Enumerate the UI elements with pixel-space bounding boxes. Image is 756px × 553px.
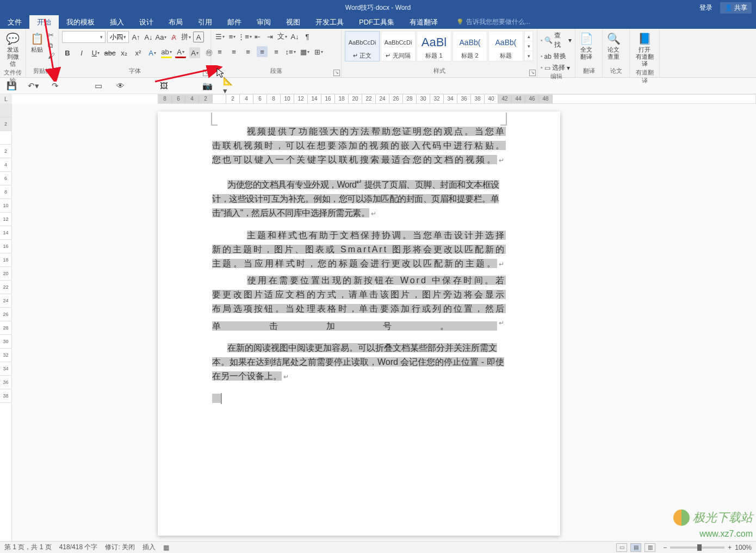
style-gallery[interactable]: AaBbCcDi↵ 正文 AaBbCcDi↵ 无间隔 AaBl标题 1 AaBb… <box>345 31 534 61</box>
share-button[interactable]: 👤 共享 <box>720 2 752 14</box>
tab-home[interactable]: 开始 <box>29 15 59 29</box>
tab-my-templates[interactable]: 我的模板 <box>59 15 102 29</box>
horizontal-ruler[interactable]: 8642246810121416182022242628303234363840… <box>158 94 756 104</box>
paragraph-empty[interactable] <box>212 392 506 406</box>
print-preview-button[interactable]: 👁 <box>114 80 126 92</box>
align-justify-button[interactable]: ≡ <box>257 46 268 57</box>
decrease-indent-button[interactable]: ⇤ <box>252 31 263 42</box>
clipboard-launcher[interactable]: ↘ <box>51 70 57 76</box>
tab-developer[interactable]: 开发工具 <box>308 15 351 29</box>
align-distribute-button[interactable]: ≡ <box>271 46 282 57</box>
align-center-button[interactable]: ≡ <box>228 46 239 57</box>
styles-launcher[interactable]: ↘ <box>529 70 536 76</box>
format-painter-button[interactable]: 🖌 <box>48 52 58 60</box>
style-title[interactable]: AaBb(标题 <box>488 31 523 61</box>
open-youdao-button[interactable]: 📘打开有道翻译 <box>633 31 656 69</box>
bullets-button[interactable]: ☰ <box>214 31 225 42</box>
sort-button[interactable]: A↓ <box>289 31 300 42</box>
tab-design[interactable]: 设计 <box>132 15 161 29</box>
vertical-ruler[interactable]: 22468101214161820222426283032343638 <box>0 104 12 541</box>
tab-mailings[interactable]: 邮件 <box>220 15 249 29</box>
asian-layout-button[interactable]: 文 <box>277 31 288 42</box>
font-launcher[interactable]: ↘ <box>203 70 209 76</box>
paragraph-4[interactable]: 在新的阅读视图中阅读更加容易。可以折叠文档某些部分并关注所需文本。如果在达到结尾… <box>212 341 506 384</box>
send-to-wechat-button[interactable]: 💬 发送到微信 <box>3 31 22 69</box>
text-effects-button[interactable]: A <box>147 47 158 58</box>
picture-button[interactable]: 🖼 <box>158 80 170 92</box>
cut-button[interactable]: ✂ <box>48 31 58 40</box>
status-page[interactable]: 第 1 页，共 1 页 <box>4 543 52 552</box>
tell-me-input[interactable]: 告诉我您想要做什么... <box>456 15 530 29</box>
highlight-button[interactable]: ab <box>161 47 172 58</box>
paragraph-1[interactable]: 视频提供了功能强大的方法帮助您证明您的观点。当您单击联机视频时，可以在想要添加的… <box>212 125 506 167</box>
status-insert-mode[interactable]: 插入 <box>142 543 156 552</box>
align-right-button[interactable]: ≡ <box>243 46 253 57</box>
tab-references[interactable]: 引用 <box>190 15 220 29</box>
view-read-button[interactable]: ▭ <box>616 543 627 552</box>
zoom-slider[interactable] <box>670 546 724 549</box>
copy-button[interactable]: ⧉ <box>48 41 58 50</box>
zoom-in-button[interactable]: + <box>728 544 732 551</box>
decrease-font-button[interactable]: A↓ <box>143 32 154 42</box>
full-translate-button[interactable]: 📄全文翻译 <box>579 31 594 61</box>
line-spacing-button[interactable]: ↕≡ <box>285 46 296 57</box>
tab-file[interactable]: 文件 <box>0 15 29 29</box>
tab-pdf-tools[interactable]: PDF工具集 <box>351 15 402 29</box>
tab-youdao[interactable]: 有道翻译 <box>402 15 445 29</box>
clear-format-button[interactable]: A̷ <box>168 32 179 42</box>
replace-button[interactable]: ab 替换 <box>541 52 572 61</box>
superscript-button[interactable]: x² <box>133 47 144 58</box>
paragraph-2[interactable]: 为使您的文档具有专业外观，Word↵ 提供了页眉、页脚、封面和文本框设计，这些设… <box>212 175 506 221</box>
increase-font-button[interactable]: A↑ <box>131 32 141 42</box>
select-button[interactable]: ▭ 选择 ▾ <box>541 63 572 72</box>
font-color-button[interactable]: A <box>175 47 186 58</box>
strike-button[interactable]: abc <box>104 47 115 58</box>
zoom-control[interactable]: − + 100% <box>663 544 752 551</box>
bold-button[interactable]: B <box>62 47 73 58</box>
find-button[interactable]: 🔍 查找 ▾ <box>541 31 572 49</box>
subscript-button[interactable]: x₂ <box>119 47 129 58</box>
paragraph-launcher[interactable]: ↘ <box>333 70 340 76</box>
status-macro-icon[interactable]: ▦ <box>163 544 169 551</box>
view-print-button[interactable]: ▤ <box>630 543 641 552</box>
new-doc-button[interactable]: ▭ <box>92 80 104 92</box>
change-case-button[interactable]: Aa <box>156 32 166 42</box>
numbering-button[interactable]: ≡ <box>227 31 238 42</box>
paragraph-3b[interactable]: 使用在需要位置出现的新按钮在 Word 中保存时间。若要更改图片适应文档的方式，… <box>212 274 506 333</box>
paper-check-button[interactable]: 🔍论文查重 <box>606 31 621 61</box>
char-shading-button[interactable]: A <box>189 47 200 58</box>
tab-insert[interactable]: 插入 <box>102 15 132 29</box>
status-word-count[interactable]: 418/418 个字 <box>59 543 98 552</box>
login-button[interactable]: 登录 <box>699 3 712 13</box>
view-web-button[interactable]: ▥ <box>645 543 655 552</box>
underline-button[interactable]: U <box>90 47 101 58</box>
paste-button[interactable]: 📋 粘贴 <box>29 31 45 54</box>
phonetic-guide-button[interactable]: 拼 <box>181 32 191 42</box>
italic-button[interactable]: I <box>76 47 87 58</box>
paragraph-3a[interactable]: 主题和样式也有助于文档保持协调。当您单击设计并选择新的主题时，图片、图表或 Sm… <box>212 228 506 271</box>
redo-button[interactable]: ↷ <box>49 80 61 92</box>
align-left-button[interactable]: ≡ <box>214 46 225 57</box>
increase-indent-button[interactable]: ⇥ <box>264 31 275 42</box>
style-normal[interactable]: AaBbCcDi↵ 正文 <box>345 31 380 61</box>
style-heading-2[interactable]: AaBb(标题 2 <box>453 31 487 61</box>
page-scroll[interactable]: 视频提供了功能强大的方法帮助您证明您的观点。当您单击联机视频时，可以在想要添加的… <box>12 104 756 541</box>
shading-button[interactable]: ▦ <box>299 46 310 57</box>
font-size-combo[interactable]: 小四 <box>107 31 129 43</box>
tab-view[interactable]: 视图 <box>278 15 308 29</box>
page-setup-button[interactable]: 📐▾ <box>223 80 235 92</box>
zoom-value[interactable]: 100% <box>735 544 752 551</box>
font-name-combo[interactable] <box>62 31 106 43</box>
style-gallery-scroll[interactable]: ▴▾▾ <box>524 31 533 61</box>
undo-button[interactable]: ↶▾ <box>27 80 39 92</box>
status-track[interactable]: 修订: 关闭 <box>105 543 135 552</box>
tab-layout[interactable]: 布局 <box>161 15 190 29</box>
style-no-spacing[interactable]: AaBbCcDi↵ 无间隔 <box>381 31 416 61</box>
multilevel-button[interactable]: ⋮≡ <box>239 31 250 42</box>
borders-button[interactable]: ⊞ <box>313 46 324 57</box>
camera-button[interactable]: 📷 <box>201 80 213 92</box>
char-border-button[interactable]: A <box>193 32 204 42</box>
tab-review[interactable]: 审阅 <box>249 15 278 29</box>
show-marks-button[interactable]: ¶ <box>302 31 313 42</box>
zoom-out-button[interactable]: − <box>663 544 667 551</box>
